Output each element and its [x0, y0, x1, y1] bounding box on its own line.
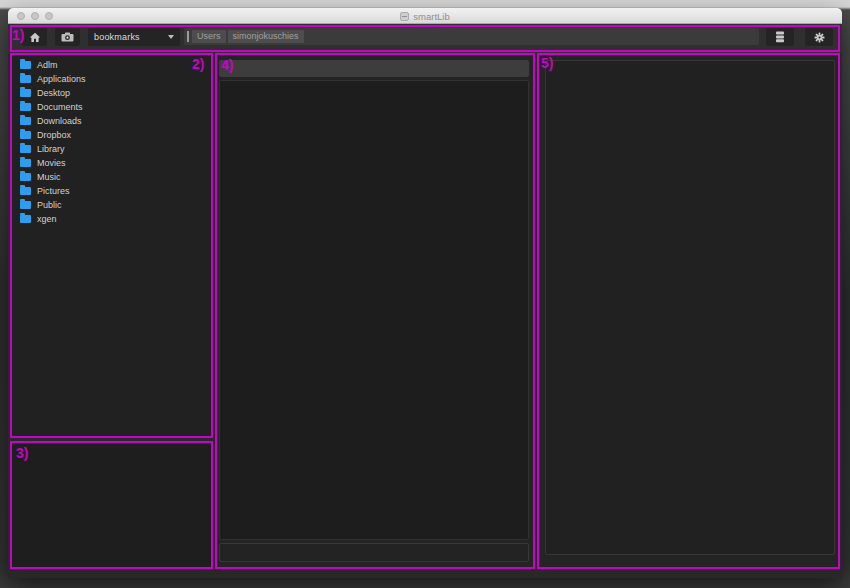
detail-content [545, 60, 835, 555]
file-list [219, 80, 529, 540]
sidebar-item-documents[interactable]: Documents [12, 100, 211, 114]
folder-label: Pictures [37, 186, 70, 196]
sidebar-item-xgen[interactable]: xgen [12, 212, 211, 226]
folder-label: Movies [37, 158, 66, 168]
folder-icon [20, 89, 31, 97]
sidebar-item-movies[interactable]: Movies [12, 156, 211, 170]
folder-icon [20, 215, 31, 223]
sidebar-item-pictures[interactable]: Pictures [12, 184, 211, 198]
folder-label: Downloads [37, 116, 82, 126]
home-icon [29, 32, 41, 43]
titlebar: smartLib [8, 8, 842, 24]
bookmarks-dropdown[interactable]: bookmarks [88, 28, 180, 46]
sidebar-item-music[interactable]: Music [12, 170, 211, 184]
gear-icon [814, 32, 825, 43]
sidebar-item-desktop[interactable]: Desktop [12, 86, 211, 100]
sidebar-panel: Adlm Applications Desktop Documents Down… [12, 55, 211, 436]
sidebar-item-applications[interactable]: Applications [12, 72, 211, 86]
camera-icon [61, 32, 74, 42]
folder-label: Music [37, 172, 61, 182]
folder-label: Dropbox [37, 130, 71, 140]
folder-label: xgen [37, 214, 57, 224]
folder-icon [20, 145, 31, 153]
title-area: smartLib [8, 8, 842, 24]
bookmarks-dropdown-value: bookmarks [94, 32, 140, 42]
folder-icon [20, 117, 31, 125]
folder-icon [20, 75, 31, 83]
window-title: smartLib [413, 11, 449, 22]
sidebar-item-downloads[interactable]: Downloads [12, 114, 211, 128]
sidebar-item-dropbox[interactable]: Dropbox [12, 128, 211, 142]
settings-button[interactable] [805, 28, 833, 46]
folder-label: Applications [37, 74, 86, 84]
path-token: Users [192, 30, 226, 43]
sidebar-item-library[interactable]: Library [12, 142, 211, 156]
app-window: smartLib bookmarks Users simonjokuschies [8, 8, 842, 578]
folder-label: Desktop [37, 88, 70, 98]
folder-icon [20, 187, 31, 195]
folder-icon [20, 61, 31, 69]
list-stack-icon [775, 31, 785, 43]
list-header [219, 60, 529, 77]
toolbar: bookmarks Users simonjokuschies [8, 24, 842, 53]
preview-panel [12, 443, 211, 567]
folder-icon [20, 159, 31, 167]
camera-button[interactable] [55, 28, 80, 46]
folder-icon [20, 131, 31, 139]
path-field[interactable]: Users simonjokuschies [184, 28, 759, 45]
chevron-down-icon [168, 35, 174, 39]
window-proxy-icon [400, 12, 409, 21]
folder-label: Library [37, 144, 65, 154]
sidebar-item-public[interactable]: Public [12, 198, 211, 212]
list-view-button[interactable] [766, 28, 794, 46]
path-token: simonjokuschies [228, 30, 304, 43]
folder-icon [20, 103, 31, 111]
folder-label: Adlm [37, 60, 58, 70]
sidebar-item-adlm[interactable]: Adlm [12, 58, 211, 72]
text-caret [187, 31, 189, 42]
folder-icon [20, 201, 31, 209]
status-bar [219, 543, 529, 562]
home-button[interactable] [22, 28, 47, 46]
folder-label: Public [37, 200, 62, 210]
folder-label: Documents [37, 102, 83, 112]
folder-icon [20, 173, 31, 181]
